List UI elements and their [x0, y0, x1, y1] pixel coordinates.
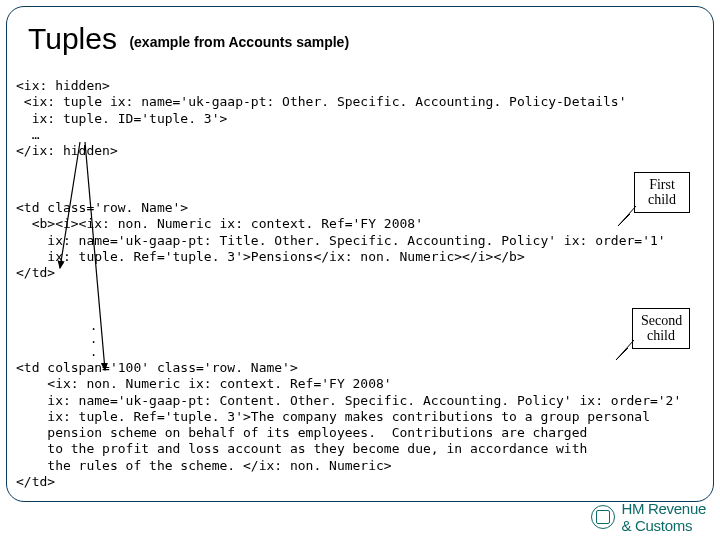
callout-label: Second child: [641, 313, 682, 343]
callout-label: First child: [648, 177, 676, 207]
code-block-second-child: <td colspan='100' class='row. Name'> <ix…: [16, 360, 681, 490]
callout-first-child: First child: [634, 172, 690, 213]
hmrc-wordmark: HM Revenue & Customs: [621, 500, 706, 534]
title-subtitle: (example from Accounts sample): [129, 34, 349, 50]
logo-revenue: Revenue: [648, 500, 706, 517]
slide-title: Tuples (example from Accounts sample): [28, 22, 349, 56]
hmrc-logo: HM Revenue & Customs: [591, 500, 706, 534]
title-main: Tuples: [28, 22, 117, 55]
code-block-hidden-tuple: <ix: hidden> <ix: tuple ix: name='uk-gaa…: [16, 78, 626, 159]
crown-crest-icon: [591, 505, 615, 529]
callout-second-child: Second child: [632, 308, 690, 349]
logo-hm: HM: [621, 500, 644, 517]
ellipsis-dots: . . .: [90, 320, 97, 360]
logo-customs: & Customs: [621, 517, 692, 534]
code-block-first-child: <td class='row. Name'> <b><i><ix: non. N…: [16, 200, 666, 281]
